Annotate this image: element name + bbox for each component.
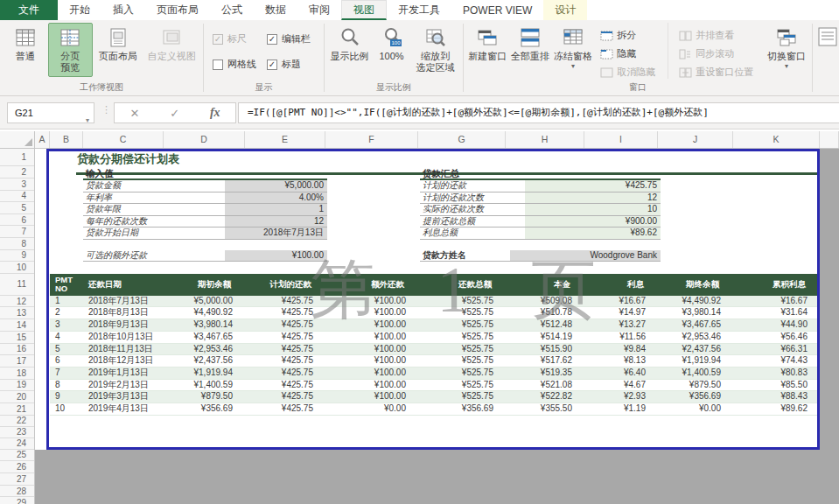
row-header-9[interactable]: 9 [0,250,34,262]
row-header-1[interactable]: 1 [0,149,34,166]
row-header-12[interactable]: 12 [0,296,34,308]
tab-开始[interactable]: 开始 [58,0,101,20]
cell[interactable]: ¥425.75 [245,380,325,391]
tab-文件[interactable]: 文件 [0,0,58,20]
cell[interactable]: ¥100.00 [325,307,418,318]
cell[interactable]: ¥100.00 [325,368,418,379]
input-label[interactable]: 贷款金额 [83,180,225,192]
cell[interactable]: 2018年7月13日 [83,296,164,307]
cell[interactable]: 2019年3月13日 [83,391,164,402]
cell[interactable]: ¥512.48 [506,319,584,331]
cell[interactable]: ¥74.43 [733,355,820,367]
cell[interactable]: ¥525.75 [418,307,506,318]
input-label[interactable]: 贷款开始日期 [83,228,225,239]
tab-视图[interactable]: 视图 [341,0,387,20]
normal-view-button[interactable]: 普通 [3,23,48,66]
column-header-F[interactable]: F [325,131,418,149]
row-header-6[interactable]: 6 [0,214,34,227]
cell[interactable]: ¥525.75 [418,391,506,402]
cell[interactable]: ¥356.69 [658,391,733,402]
row-header-21[interactable]: 21 [0,403,34,416]
row-header-24[interactable]: 24 [0,438,34,450]
cell[interactable]: 9 [50,391,83,402]
cell[interactable]: ¥85.50 [733,380,820,391]
cell[interactable]: ¥16.67 [733,296,820,307]
chevron-down-icon[interactable]: ▾ [86,111,89,130]
cell[interactable]: ¥2,437.56 [658,344,733,355]
headings-checkbox[interactable]: ✓ 标题 [267,58,311,71]
cell[interactable]: ¥0.00 [658,403,733,415]
cell[interactable]: ¥88.43 [733,391,820,402]
summary-label[interactable]: 利息总额 [420,228,525,239]
cell[interactable]: ¥1.19 [584,403,658,415]
cell[interactable]: 2 [50,307,83,318]
amortization-header[interactable]: 还款总额 [418,274,506,296]
cell[interactable]: ¥89.62 [733,403,820,415]
input-label[interactable]: 每年的还款次数 [83,216,225,228]
cell[interactable]: ¥100.00 [325,296,418,307]
summary-label[interactable]: 提前还款总额 [420,216,525,228]
cell[interactable]: ¥8.13 [584,355,658,367]
cell[interactable]: ¥5,000.00 [164,296,245,307]
row-header-22[interactable]: 22 [0,416,34,427]
cell[interactable]: ¥3,467.65 [164,332,245,343]
zoom-100-button[interactable]: 100 100% [373,23,411,66]
summary-label[interactable]: 实际的还款次数 [420,204,525,215]
amortization-header[interactable]: 期初余额 [164,274,245,296]
insert-function-icon[interactable]: fx [210,106,220,120]
cell[interactable]: ¥4.67 [584,380,658,391]
cell[interactable]: ¥100.00 [325,391,418,402]
column-header-E[interactable]: E [245,131,325,149]
cell[interactable]: ¥6.40 [584,368,658,379]
cell[interactable]: ¥44.90 [733,319,820,331]
extra-payment-value[interactable]: ¥100.00 [225,250,327,262]
amortization-header[interactable]: 期终余额 [658,274,733,296]
cell[interactable]: 6 [50,355,83,367]
cell[interactable]: ¥425.75 [245,391,325,402]
input-value[interactable]: 1 [225,204,327,215]
cell[interactable]: ¥100.00 [325,380,418,391]
cell[interactable]: ¥425.75 [245,332,325,343]
cell[interactable]: ¥4,490.92 [658,296,733,307]
split-button[interactable]: 拆分 [600,29,655,42]
cell[interactable]: ¥509.08 [506,296,584,307]
tab-设计[interactable]: 设计 [543,0,587,20]
cell[interactable]: ¥31.64 [733,307,820,318]
tab-数据[interactable]: 数据 [254,0,297,20]
amortization-header[interactable]: 计划的还款 [245,274,325,296]
summary-value[interactable]: 12 [525,192,661,204]
cell[interactable]: ¥2,953.46 [658,332,733,343]
cell[interactable]: 8 [50,380,83,391]
column-header-J[interactable]: J [658,131,733,149]
cell[interactable]: 2019年2月13日 [83,380,164,391]
input-label[interactable]: 年利率 [83,192,225,204]
row-header-26[interactable]: 26 [0,461,34,473]
cell[interactable]: 2018年12月13日 [83,355,164,367]
hide-button[interactable]: 隐藏 [600,47,655,60]
cell[interactable]: ¥522.82 [506,391,584,402]
row-header-28[interactable]: 28 [0,486,34,498]
cell[interactable]: ¥0.00 [325,403,418,415]
column-header-C[interactable]: C [83,131,164,149]
cell[interactable]: ¥3,980.14 [658,307,733,318]
row-header-29[interactable]: 29 [0,497,34,504]
amortization-header[interactable]: PMT NO [50,274,83,296]
input-value[interactable]: 12 [225,216,327,228]
cell[interactable]: ¥517.62 [506,355,584,367]
row-header-13[interactable]: 13 [0,307,34,319]
name-box[interactable]: G21 ▾ [7,102,94,123]
row-header-19[interactable]: 19 [0,380,34,392]
tab-审阅[interactable]: 审阅 [297,0,341,20]
lender-value[interactable]: Woodgrove Bank [510,250,661,262]
cell[interactable]: ¥56.46 [733,332,820,343]
select-all-corner[interactable] [0,131,35,149]
tab-页面布局[interactable]: 页面布局 [145,0,210,20]
column-header-B[interactable]: B [50,131,83,149]
cell[interactable]: ¥14.97 [584,307,658,318]
formula-bar-checkbox[interactable]: ✓ 编辑栏 [267,32,311,46]
row-header-11[interactable]: 11 [0,274,34,296]
page-layout-button[interactable]: 页面布局 [93,23,143,66]
cell[interactable]: ¥3,467.65 [658,319,733,331]
column-header-G[interactable]: G [418,131,506,149]
cell[interactable]: ¥100.00 [325,319,418,331]
